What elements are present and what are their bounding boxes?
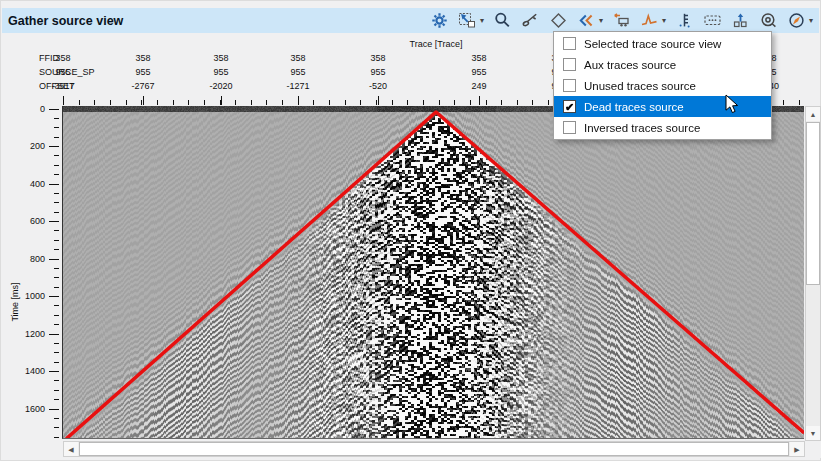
panel-title: Gather source view [2, 14, 123, 28]
arrow-down-icon: ▼ [810, 430, 817, 437]
time-minor-tick [54, 277, 59, 278]
header-value-ffid: 358 [370, 53, 385, 63]
trace-major-tick [298, 96, 299, 105]
settings-gear-icon[interactable] [430, 11, 449, 30]
amplitude-peak-dropdown-caret-icon[interactable]: ▾ [662, 17, 666, 25]
vertical-scrollbar-thumb[interactable] [806, 122, 820, 285]
time-minor-tick [54, 127, 59, 128]
trace-minor-tick [157, 100, 158, 105]
scroll-left-button[interactable]: ◀ [64, 442, 78, 456]
header-value-source-sp: 955 [135, 67, 150, 77]
chevrons-back-icon[interactable] [577, 11, 596, 30]
menu-item-inversed-traces-source[interactable]: Inversed traces source [554, 117, 771, 138]
time-minor-tick [54, 155, 59, 156]
panel-title-bar: Gather source view ▾▾▾▾ [2, 8, 819, 33]
checkbox-dead-traces-source-checked[interactable]: ✔ [563, 100, 576, 113]
menu-item-label: Dead traces source [584, 101, 684, 113]
scroll-up-button[interactable]: ▲ [806, 107, 820, 121]
dashed-box-icon[interactable] [703, 11, 722, 30]
header-value-offset: -2767 [131, 81, 154, 91]
checkbox-unused-traces-source[interactable] [563, 79, 576, 92]
compass-dropdown-caret-icon[interactable]: ▾ [809, 17, 813, 25]
trace-minor-tick [360, 100, 361, 105]
trace-major-tick [143, 96, 144, 105]
trace-minor-tick [439, 100, 440, 105]
scroll-right-button[interactable]: ▶ [790, 442, 804, 456]
time-major-tick [49, 409, 59, 410]
header-value-source-sp: 955 [55, 67, 70, 77]
time-minor-tick [54, 315, 59, 316]
header-value-source-sp: 955 [290, 67, 305, 77]
gather-source-view-window: Gather source view ▾▾▾▾ Trace [Trace] FF… [0, 0, 821, 461]
diamond-marker-icon[interactable] [549, 11, 568, 30]
time-tick-label: 1400 [15, 366, 45, 376]
trace-major-tick [221, 96, 222, 105]
time-minor-tick [54, 352, 59, 353]
time-tick-label: 0 [15, 104, 45, 114]
export-traces-icon[interactable] [731, 11, 750, 30]
time-tick-label: 1600 [15, 404, 45, 414]
menu-item-unused-traces-source[interactable]: Unused traces source [554, 75, 771, 96]
menu-item-label: Unused traces source [584, 80, 696, 92]
time-minor-tick [54, 399, 59, 400]
time-tick-label: 600 [15, 216, 45, 226]
trace-axis-title: Trace [Trace] [410, 39, 463, 49]
header-value-offset: -520 [369, 81, 387, 91]
menu-item-selected-trace-source-view[interactable]: Selected trace source view [554, 33, 771, 54]
trace-source-menu: Selected trace source viewAux traces sou… [553, 31, 772, 140]
time-minor-tick [54, 249, 59, 250]
time-major-tick [49, 146, 59, 147]
time-tick-label: 800 [15, 254, 45, 264]
trace-minor-tick [783, 100, 784, 105]
checkbox-inversed-traces-source[interactable] [563, 121, 576, 134]
checkbox-selected-trace-source-view[interactable] [563, 37, 576, 50]
header-value-source-sp: 955 [370, 67, 385, 77]
compass-icon[interactable] [787, 11, 806, 30]
horizontal-scrollbar-thumb[interactable] [79, 442, 789, 456]
trace-minor-tick [345, 100, 346, 105]
trace-minor-tick [392, 100, 393, 105]
trace-minor-tick [454, 100, 455, 105]
header-value-source-sp: 955 [471, 67, 486, 77]
chevrons-back-dropdown-caret-icon[interactable]: ▾ [599, 17, 603, 25]
menu-item-aux-traces-source[interactable]: Aux traces source [554, 54, 771, 75]
time-minor-tick [54, 343, 59, 344]
trace-minor-tick [407, 100, 408, 105]
scrollbar-corner [805, 441, 821, 458]
header-value-ffid: 358 [213, 53, 228, 63]
cart-left-arrow-icon[interactable] [612, 11, 631, 30]
time-minor-tick [54, 305, 59, 306]
menu-item-label: Inversed traces source [584, 122, 700, 134]
amplitude-peak-icon[interactable] [640, 11, 659, 30]
trace-major-tick [479, 96, 480, 105]
vertical-scrollbar[interactable]: ▲ ▼ [805, 106, 821, 441]
seismic-gather-canvas[interactable] [62, 106, 804, 439]
header-value-ffid: 358 [290, 53, 305, 63]
trace-minor-tick [188, 100, 189, 105]
trace-pick-icon[interactable] [521, 11, 540, 30]
zoom-magnifier-icon[interactable] [493, 11, 512, 30]
horizontal-scrollbar[interactable]: ◀ ▶ [63, 441, 805, 457]
scroll-down-button[interactable]: ▼ [806, 426, 820, 440]
trace-minor-tick [376, 100, 377, 105]
trace-minor-tick [470, 100, 471, 105]
time-tick-label: 1200 [15, 329, 45, 339]
time-major-tick [49, 259, 59, 260]
trace-minor-tick [251, 100, 252, 105]
header-value-source-sp: 955 [213, 67, 228, 77]
header-value-ffid: 358 [471, 53, 486, 63]
header-value-offset: 249 [471, 81, 486, 91]
trace-minor-tick [532, 100, 533, 105]
fit-selection-dropdown-caret-icon[interactable]: ▾ [480, 17, 484, 25]
time-minor-tick [54, 362, 59, 363]
time-major-tick [49, 334, 59, 335]
trace-minor-tick [173, 100, 174, 105]
ruler-ticks-icon[interactable] [675, 11, 694, 30]
time-tick-label: 1000 [15, 291, 45, 301]
fit-selection-icon[interactable] [458, 11, 477, 30]
trace-minor-tick [110, 100, 111, 105]
mouse-cursor [725, 94, 741, 114]
spiral-measure-icon[interactable] [759, 11, 778, 30]
trace-minor-tick [486, 100, 487, 105]
checkbox-aux-traces-source[interactable] [563, 58, 576, 71]
